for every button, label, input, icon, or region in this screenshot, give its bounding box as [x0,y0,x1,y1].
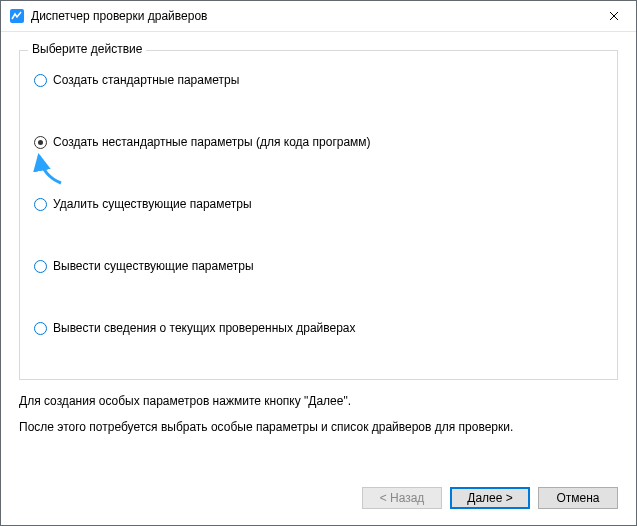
radio-icon [34,260,47,273]
cancel-button[interactable]: Отмена [538,487,618,509]
radio-icon [34,198,47,211]
close-button[interactable] [591,1,636,31]
window-title: Диспетчер проверки драйверов [31,1,591,31]
radio-create-standard[interactable]: Создать стандартные параметры [34,73,603,87]
close-icon [609,11,619,21]
radio-show-verified-drivers[interactable]: Вывести сведения о текущих проверенных д… [34,321,603,335]
info-text: Для создания особых параметров нажмите к… [19,394,618,434]
radio-label: Создать нестандартные параметры (для код… [53,135,371,149]
client-area: Выберите действие Создать стандартные па… [1,32,636,525]
radio-delete-existing[interactable]: Удалить существующие параметры [34,197,603,211]
app-icon [9,8,25,24]
action-groupbox: Выберите действие Создать стандартные па… [19,50,618,380]
radio-icon [34,322,47,335]
next-button[interactable]: Далее > [450,487,530,509]
wizard-buttons: < Назад Далее > Отмена [362,487,618,509]
radio-show-existing[interactable]: Вывести существующие параметры [34,259,603,273]
back-button: < Назад [362,487,442,509]
radio-label: Создать стандартные параметры [53,73,239,87]
groupbox-legend: Выберите действие [28,42,146,56]
radio-create-custom[interactable]: Создать нестандартные параметры (для код… [34,135,603,149]
radio-icon [34,136,47,149]
info-line-1: Для создания особых параметров нажмите к… [19,394,618,408]
radio-label: Вывести сведения о текущих проверенных д… [53,321,356,335]
window-frame: Диспетчер проверки драйверов Выберите де… [0,0,637,526]
radio-label: Вывести существующие параметры [53,259,254,273]
radio-icon [34,74,47,87]
titlebar: Диспетчер проверки драйверов [1,1,636,32]
radio-label: Удалить существующие параметры [53,197,252,211]
info-line-2: После этого потребуется выбрать особые п… [19,420,618,434]
